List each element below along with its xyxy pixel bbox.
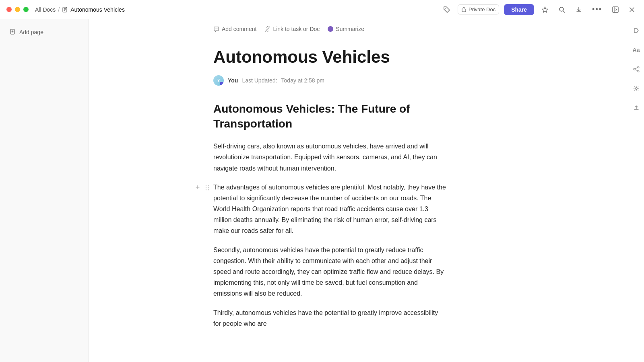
close-button[interactable] — [626, 5, 638, 14]
more-button[interactable]: ••• — [590, 4, 605, 15]
svg-line-16 — [267, 28, 268, 30]
share-right-icon[interactable] — [630, 63, 643, 76]
doc-icon — [62, 6, 68, 13]
svg-line-7 — [563, 11, 565, 12]
close-traffic-light[interactable] — [6, 7, 12, 12]
doc-updated-label: Last Updated: — [242, 77, 277, 84]
svg-point-22 — [208, 189, 209, 190]
paragraph-2[interactable]: The advantages of autonomous vehicles ar… — [213, 182, 447, 237]
tag-button[interactable] — [441, 4, 453, 15]
titlebar: All Docs / Autonomous Vehicles — [0, 0, 644, 19]
collapse-right-icon[interactable] — [630, 24, 643, 37]
paragraph-2-controls: + — [193, 183, 211, 192]
doc-meta: Y You Last Updated: Today at 2:58 pm — [213, 75, 447, 86]
svg-line-26 — [635, 68, 637, 69]
breadcrumb-current-doc[interactable]: Autonomous Vehicles — [62, 6, 125, 13]
breadcrumb-separator: / — [58, 6, 60, 13]
current-doc-name: Autonomous Vehicles — [70, 6, 125, 13]
add-comment-label: Add comment — [222, 26, 256, 32]
sidebar: Add page — [0, 19, 89, 362]
maximize-traffic-light[interactable] — [23, 7, 29, 12]
paragraph-1[interactable]: Self-driving cars, also known as autonom… — [213, 141, 447, 174]
export-button[interactable] — [573, 4, 585, 15]
private-doc-label: Private Doc — [469, 6, 495, 12]
breadcrumb-all-docs[interactable]: All Docs — [35, 6, 56, 13]
doc-heading: Autonomous Vehicles: The Future of Trans… — [213, 102, 447, 131]
share-button[interactable]: Share — [504, 4, 534, 15]
upload-right-icon[interactable] — [630, 101, 643, 114]
search-button[interactable] — [556, 4, 568, 15]
titlebar-right: Private Doc Share ••• — [441, 4, 638, 15]
summarize-action[interactable]: Summarize — [328, 26, 364, 32]
traffic-lights — [6, 7, 29, 12]
svg-point-18 — [208, 185, 209, 186]
paragraph-2-wrapper: + The advantages of autonomous vehicles … — [213, 182, 447, 245]
svg-point-19 — [206, 187, 206, 188]
svg-point-14 — [215, 29, 216, 29]
collapse-sidebar-button[interactable] — [609, 4, 621, 15]
doc-author: You — [228, 77, 238, 84]
add-page-button[interactable]: Add page — [3, 26, 85, 39]
svg-point-23 — [638, 66, 639, 68]
summarize-icon — [328, 26, 333, 32]
doc-updated-time: Today at 2:58 pm — [281, 77, 324, 84]
svg-point-24 — [634, 68, 635, 70]
svg-point-21 — [206, 189, 206, 190]
settings-right-icon[interactable] — [630, 82, 643, 95]
minimize-traffic-light[interactable] — [15, 7, 20, 12]
svg-point-4 — [445, 8, 446, 8]
svg-point-15 — [217, 29, 218, 29]
document-title[interactable]: Autonomous Vehicles — [213, 47, 447, 67]
svg-rect-5 — [462, 9, 466, 12]
doc-area[interactable]: Add comment Link to task or Doc Summariz… — [89, 19, 628, 362]
link-task-label: Link to task or Doc — [273, 26, 320, 32]
breadcrumb: All Docs / Autonomous Vehicles — [35, 6, 125, 13]
star-button[interactable] — [539, 4, 551, 15]
avatar-badge — [220, 82, 224, 86]
main-layout: Add page Add comment Li — [0, 19, 644, 362]
paragraph-4[interactable]: Thirdly, autonomous vehicles have the po… — [213, 307, 447, 329]
svg-rect-8 — [613, 7, 618, 12]
private-doc-badge[interactable]: Private Doc — [458, 4, 499, 14]
doc-toolbar: Add comment Link to task or Doc Summariz… — [89, 19, 628, 39]
svg-point-13 — [216, 29, 217, 29]
paragraph-drag-handle[interactable] — [204, 183, 211, 192]
avatar: Y — [213, 75, 224, 86]
font-size-icon[interactable]: Aa — [630, 43, 643, 56]
paragraph-3[interactable]: Secondly, autonomous vehicles have the p… — [213, 245, 447, 299]
svg-point-20 — [208, 187, 209, 188]
link-task-action[interactable]: Link to task or Doc — [264, 26, 320, 32]
summarize-label: Summarize — [336, 26, 364, 32]
svg-point-28 — [635, 88, 637, 90]
svg-line-27 — [635, 70, 637, 71]
svg-point-25 — [638, 70, 639, 72]
doc-content: Autonomous Vehicles Y You Last Updated: … — [89, 39, 572, 362]
right-sidebar: Aa — [628, 19, 644, 362]
svg-point-17 — [206, 185, 206, 186]
add-page-label: Add page — [19, 29, 43, 35]
paragraph-add-button[interactable]: + — [193, 183, 202, 192]
add-comment-action[interactable]: Add comment — [213, 26, 256, 32]
